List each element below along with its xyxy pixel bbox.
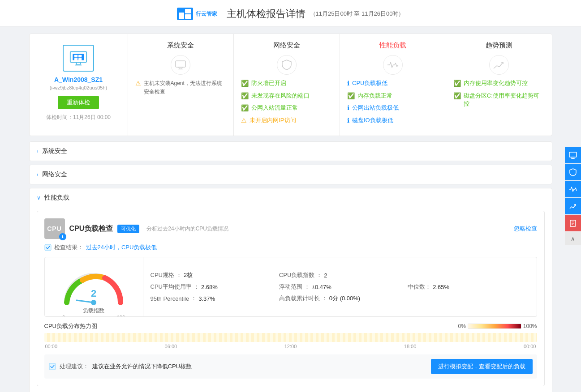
- metric-label-cpu-avg: CPU平均使用率: [151, 283, 192, 291]
- section-system-security: 系统安全 ⚠ 主机未安装Agent，无法进行系统安全检查: [128, 34, 234, 136]
- summary-card: A_Win2008_SZ1 (i-wz9jbz8fcp4q02uus05h) 重…: [29, 34, 552, 136]
- metric-label-cpu-spec: CPU规格: [151, 271, 174, 279]
- header-divider: [222, 9, 222, 19]
- cpu-check-card: CPU ℹ CPU负载检查 可优化 分析过去24小时内的CPU负载情况 忽略检查: [37, 211, 545, 386]
- section-icon-system-security: [135, 55, 227, 75]
- net-item-1: ✅ 防火墙已开启: [241, 79, 332, 88]
- info-icon-4: ℹ: [347, 116, 349, 125]
- net-item-2: ✅ 未发现存在风险的端口: [241, 92, 332, 101]
- perf-item-text-2: 内存负载正常: [357, 92, 392, 100]
- svg-rect-0: [179, 13, 184, 19]
- trend-item-text-2: 磁盘分区C:使用率变化趋势可控: [464, 92, 545, 108]
- metric-cpu-avg: CPU平均使用率 ： 2.68%: [151, 283, 272, 291]
- gauge-container: 2 负载指数 0 100: [58, 264, 129, 309]
- chevron-right-icon-2: ›: [37, 171, 39, 178]
- svg-rect-8: [74, 58, 77, 60]
- sidebar-shield-icon[interactable]: [565, 164, 581, 180]
- trend-item-1: ✅ 内存使用率变化趋势可控: [453, 79, 545, 88]
- scroll-up-button[interactable]: ∧: [565, 232, 581, 245]
- check-result-icon: [44, 244, 52, 251]
- metric-label-high-load-time: 高负载累计时长: [279, 294, 320, 303]
- monitor-section-icon: [171, 55, 190, 75]
- heatmap-title: CPU负载分布热力图: [44, 322, 97, 330]
- info-icon-1: ℹ: [347, 79, 349, 88]
- cpu-metrics: 2 负载指数 0 100 CPU规格 ：: [44, 257, 537, 317]
- section-trend-predict: 趋势预测 ✅ 内存使用率变化趋势可控 ✅ 磁盘分区C:使用率变化趋势可控: [446, 34, 552, 136]
- shield-section-icon: [277, 55, 297, 75]
- ignore-check-link[interactable]: 忽略检查: [514, 225, 537, 233]
- heatmap-time-3: 18:00: [404, 344, 417, 349]
- sidebar-pulse-icon[interactable]: [565, 181, 581, 197]
- section-icon-perf-load: [347, 55, 439, 75]
- heatmap-times: 00:00 06:00 12:00 18:00 00:00: [44, 344, 537, 349]
- check-time: 体检时间：11月26日 00:00: [46, 114, 111, 121]
- svg-rect-7: [78, 55, 82, 57]
- expander-header-network-security[interactable]: › 网络安全: [30, 165, 552, 184]
- expander-header-perf-load[interactable]: ∨ 性能负载: [30, 188, 552, 207]
- metric-95th: 95th Percentile ： 3.37%: [151, 294, 272, 303]
- heatmap-gradient-bar: [468, 324, 521, 329]
- svg-rect-18: [571, 158, 575, 159]
- host-name[interactable]: A_Win2008_SZ1: [54, 76, 103, 83]
- net-item-4: ⚠ 未开启内网IP访问: [241, 116, 332, 125]
- metric-label-95th: 95th Percentile: [151, 295, 189, 302]
- sidebar-pdf-icon[interactable]: [565, 215, 581, 231]
- logo: 行云管家: [177, 8, 217, 20]
- net-item-text-1: 防火墙已开启: [251, 79, 286, 87]
- heatmap-bar: [44, 333, 537, 342]
- svg-rect-11: [178, 69, 183, 69]
- rec-prefix: 处理建议：: [60, 362, 89, 371]
- svg-rect-10: [176, 61, 185, 67]
- expander-perf-load[interactable]: ∨ 性能负载 CPU ℹ CPU负载检查 可优化: [29, 188, 552, 392]
- trend-section-icon: [489, 55, 509, 75]
- section-title-perf-load: 性能负载: [347, 41, 439, 50]
- check-icon-2: ✅: [241, 92, 249, 101]
- svg-rect-9: [78, 58, 82, 60]
- perf-item-1: ℹ CPU负载极低: [347, 79, 439, 88]
- expander-network-security[interactable]: › 网络安全: [29, 165, 552, 184]
- pulse-section-icon: [383, 55, 403, 75]
- main-content: A_Win2008_SZ1 (i-wz9jbz8fcp4q02uus05h) 重…: [22, 26, 559, 392]
- check-icon-1: ✅: [241, 79, 249, 88]
- section-icon-trend-predict: [453, 55, 545, 75]
- cpu-icon-label: CPU: [47, 225, 62, 232]
- recheck-button[interactable]: 重新体检: [58, 96, 99, 109]
- gauge-min: 0: [62, 315, 65, 317]
- metrics-grid: CPU规格 ： 2核 CPU负载指数 ： 2 CPU平均使用率 ：: [143, 257, 537, 316]
- metric-median: 中位数： 2.65%: [408, 283, 529, 291]
- rec-text: 建议在业务允许的情况下降低CPU核数: [92, 362, 192, 371]
- summary-sections: 系统安全 ⚠ 主机未安装Agent，无法进行系统安全检查: [128, 34, 552, 136]
- check-result-label: 检查结果：: [54, 243, 83, 251]
- chevron-down-icon: ∨: [37, 195, 41, 201]
- recommendation: 处理建议： 建议在业务允许的情况下降低CPU核数 进行模拟变配，查看变配后的负载: [44, 354, 537, 379]
- section-title-system-security: 系统安全: [135, 41, 227, 50]
- expander-system-security[interactable]: › 系统安全: [29, 141, 552, 161]
- optimize-badge: 可优化: [117, 225, 139, 233]
- info-icon-3: ℹ: [347, 104, 349, 113]
- expander-header-system-security[interactable]: › 系统安全: [30, 142, 552, 161]
- check-icon-trend-2: ✅: [453, 92, 461, 101]
- metric-label-cpu-load-index: CPU负载指数: [279, 271, 314, 279]
- metric-value-cpu-load-index: 2: [324, 272, 327, 279]
- metric-empty-1: [408, 271, 529, 279]
- right-sidebar: ∧: [565, 147, 581, 245]
- metric-cpu-load-index: CPU负载指数 ： 2: [279, 271, 400, 279]
- heatmap-legend: 0% 100%: [458, 323, 537, 329]
- sidebar-chart-icon[interactable]: [565, 198, 581, 214]
- simulate-config-button[interactable]: 进行模拟变配，查看变配后的负载: [431, 359, 533, 374]
- host-id: (i-wz9jbz8fcp4q02uus05h): [50, 85, 107, 90]
- section-title-trend-predict: 趋势预测: [453, 41, 545, 50]
- page-header: 行云管家 主机体检报告详情 （11月25日00时 至 11月26日00时）: [0, 0, 581, 26]
- cpu-subtitle-text: 分析过去24小时内的CPU负载情况: [146, 226, 228, 232]
- check-icon-3: ✅: [241, 104, 249, 113]
- sidebar-monitor-icon[interactable]: [565, 147, 581, 163]
- perf-content: CPU ℹ CPU负载检查 可优化 分析过去24小时内的CPU负载情况 忽略检查: [30, 211, 552, 392]
- section-title-network-security: 网络安全: [241, 41, 332, 50]
- section-perf-load: 性能负载 ℹ CPU负载极低 ✅ 内存负载正常: [340, 34, 446, 136]
- metric-label-median: 中位数：: [408, 283, 431, 291]
- heatmap-legend-end: 100%: [523, 323, 537, 329]
- net-item-text-2: 未发现存在风险的端口: [251, 92, 310, 100]
- chevron-right-icon: ›: [37, 148, 39, 154]
- check-icon-perf-2: ✅: [347, 92, 355, 101]
- svg-rect-12: [45, 244, 51, 251]
